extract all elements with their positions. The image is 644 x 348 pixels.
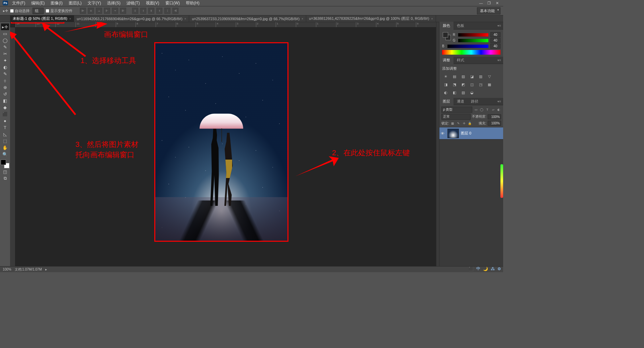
distribute-icon[interactable]: ⫳ bbox=[156, 8, 162, 14]
brush-tool[interactable]: ✎ bbox=[1, 70, 9, 77]
menu-filter[interactable]: 滤镜(T) bbox=[125, 0, 141, 6]
tab-channels[interactable]: 通道 bbox=[453, 98, 468, 105]
blur-tool[interactable]: ◆ bbox=[1, 104, 9, 111]
adj-icon[interactable]: ◐ bbox=[443, 90, 449, 95]
adj-icon[interactable]: ▥ bbox=[478, 74, 484, 79]
document-tab[interactable]: u=2539637233,2109093909&fm=26&gp=0.jpg @… bbox=[189, 15, 306, 22]
layer-thumbnail[interactable] bbox=[447, 129, 459, 138]
distribute-icon[interactable]: ⫵ bbox=[148, 8, 154, 14]
distribute-icon[interactable]: ⫶ bbox=[164, 8, 170, 14]
gradient-tool[interactable]: ◧ bbox=[1, 97, 9, 104]
auto-select-checkbox[interactable]: 自动选择: bbox=[10, 8, 31, 13]
show-transform-checkbox[interactable]: 显示变换控件 bbox=[46, 8, 72, 13]
menu-layer[interactable]: 图层(L) bbox=[67, 0, 83, 6]
dodge-tool[interactable]: ⬛ bbox=[1, 111, 9, 117]
align-icon[interactable]: ≡ bbox=[88, 8, 94, 14]
adj-icon[interactable]: ▽ bbox=[486, 74, 492, 79]
panel-menu-icon[interactable]: ▾≡ bbox=[495, 24, 503, 27]
color-spectrum[interactable] bbox=[442, 50, 500, 55]
close-tab-icon[interactable]: × bbox=[302, 17, 303, 20]
menu-file[interactable]: 文件(F) bbox=[11, 0, 26, 6]
move-tool[interactable]: ▸✛ bbox=[1, 23, 9, 30]
adj-icon[interactable]: ▦ bbox=[486, 82, 492, 87]
eyedropper-tool[interactable]: ✦ bbox=[1, 57, 9, 64]
opacity-input[interactable]: 100% bbox=[488, 114, 501, 119]
align-icon[interactable]: ⊫ bbox=[80, 8, 86, 14]
visibility-toggle-icon[interactable]: 👁 bbox=[441, 131, 445, 135]
filter-icon[interactable]: ▱ bbox=[491, 107, 495, 112]
slider-g[interactable] bbox=[458, 39, 488, 42]
adj-icon[interactable]: ▧ bbox=[460, 90, 466, 95]
tray-settings-icon[interactable]: ⚙ bbox=[497, 267, 501, 271]
distribute-icon[interactable]: ⫷ bbox=[172, 8, 178, 14]
canvas-area[interactable]: 14131211109876543210123456 画布编辑窗口 1、选择移动… bbox=[10, 22, 436, 266]
healing-tool[interactable]: ◐ bbox=[1, 64, 9, 70]
collapsed-panel-strip[interactable] bbox=[436, 22, 439, 266]
tab-timeline[interactable]: 时间轴 bbox=[25, 272, 44, 273]
history-brush-tool[interactable]: ⊕ bbox=[1, 84, 9, 91]
align-icon[interactable]: ⊩ bbox=[104, 8, 110, 14]
close-tab-icon[interactable]: × bbox=[431, 17, 433, 20]
screen-mode-toggle[interactable]: ⧉ bbox=[1, 175, 9, 182]
pen-tool[interactable]: ● bbox=[1, 117, 9, 124]
workspace-selector[interactable]: 基本功能 bbox=[477, 7, 500, 14]
close-button[interactable]: ✕ bbox=[494, 1, 500, 5]
slider-r[interactable] bbox=[458, 33, 488, 37]
distribute-icon[interactable]: ⫲ bbox=[140, 8, 146, 14]
status-arrow-icon[interactable]: ▸ bbox=[45, 268, 47, 271]
fill-input[interactable]: 100% bbox=[488, 121, 501, 126]
menu-window[interactable]: 窗口(W) bbox=[164, 0, 181, 6]
quick-select-tool[interactable]: ✎ bbox=[1, 44, 9, 50]
lasso-tool[interactable]: ◯ bbox=[1, 37, 9, 44]
tab-adjustments[interactable]: 调整 bbox=[439, 56, 453, 64]
type-tool[interactable]: T bbox=[1, 124, 9, 131]
blend-mode-select[interactable]: 正常 bbox=[441, 114, 471, 120]
input-g[interactable]: 40 bbox=[490, 38, 500, 43]
path-select-tool[interactable]: ◺ bbox=[1, 131, 9, 137]
filter-icon[interactable]: T bbox=[485, 107, 490, 112]
filter-icon[interactable]: ◐ bbox=[496, 107, 501, 112]
close-tab-icon[interactable]: × bbox=[69, 17, 71, 20]
align-icon[interactable]: ⫟ bbox=[112, 8, 118, 14]
minimize-button[interactable]: — bbox=[478, 1, 484, 5]
document-tab[interactable]: u=3638812661,4278309225&fm=26&gp=0.jpg @… bbox=[306, 15, 436, 22]
eraser-tool[interactable]: ↺ bbox=[1, 91, 9, 97]
adj-icon[interactable]: ☀ bbox=[443, 74, 449, 79]
adj-icon[interactable]: ▨ bbox=[460, 74, 466, 79]
tray-icon[interactable]: ⬛ bbox=[469, 267, 474, 271]
tab-layers[interactable]: 图层 bbox=[439, 98, 453, 105]
adj-icon[interactable]: ◧ bbox=[451, 90, 458, 95]
menu-image[interactable]: 图像(I) bbox=[49, 0, 64, 6]
zoom-tool[interactable]: 🔍 bbox=[1, 151, 9, 158]
tray-moon-icon[interactable]: 🌙 bbox=[483, 267, 488, 271]
lock-all-icon[interactable]: 🔒 bbox=[468, 121, 472, 126]
tray-ime-icon[interactable]: 中 bbox=[476, 266, 480, 272]
input-b[interactable]: 40 bbox=[490, 44, 500, 49]
panel-menu-icon[interactable]: ▾≡ bbox=[495, 100, 503, 103]
filter-icon[interactable]: ◯ bbox=[479, 107, 484, 112]
align-icon[interactable]: ⫠ bbox=[96, 8, 102, 14]
lock-position-icon[interactable]: ✛ bbox=[462, 121, 467, 126]
stamp-tool[interactable]: ⎀ bbox=[1, 77, 9, 84]
document-tab[interactable]: 未标题-1 @ 50% (图层 1, RGB/8)× bbox=[10, 15, 74, 22]
canvas-image[interactable] bbox=[154, 42, 288, 242]
shape-tool[interactable]: ⬚ bbox=[1, 137, 9, 144]
crop-tool[interactable]: ✂ bbox=[1, 50, 9, 57]
adj-icon[interactable]: ⬔ bbox=[451, 82, 458, 87]
adj-icon[interactable]: ◫ bbox=[469, 82, 475, 87]
hand-tool[interactable]: ✋ bbox=[1, 144, 9, 151]
lock-paint-icon[interactable]: ✎ bbox=[456, 121, 461, 126]
document-tab[interactable]: u=116942063,2176669046&fm=26&gp=0.jpg @ … bbox=[74, 15, 189, 22]
input-r[interactable]: 40 bbox=[490, 32, 500, 37]
layer-kind-filter[interactable]: ρ 类型 bbox=[441, 107, 472, 113]
menu-view[interactable]: 视图(V) bbox=[145, 0, 161, 6]
adj-icon[interactable]: ◪ bbox=[469, 74, 475, 79]
filter-icon[interactable]: ▭ bbox=[474, 107, 478, 112]
menu-help[interactable]: 帮助(H) bbox=[184, 0, 201, 6]
adj-icon[interactable]: ◩ bbox=[460, 82, 466, 87]
menu-select[interactable]: 选择(S) bbox=[106, 0, 122, 6]
auto-select-target[interactable]: 组 bbox=[33, 8, 44, 14]
doc-info[interactable]: 文档:1.07M/1.07M bbox=[15, 267, 42, 272]
panel-menu-icon[interactable]: ▾≡ bbox=[495, 58, 503, 62]
adj-icon[interactable]: ◒ bbox=[469, 90, 475, 95]
